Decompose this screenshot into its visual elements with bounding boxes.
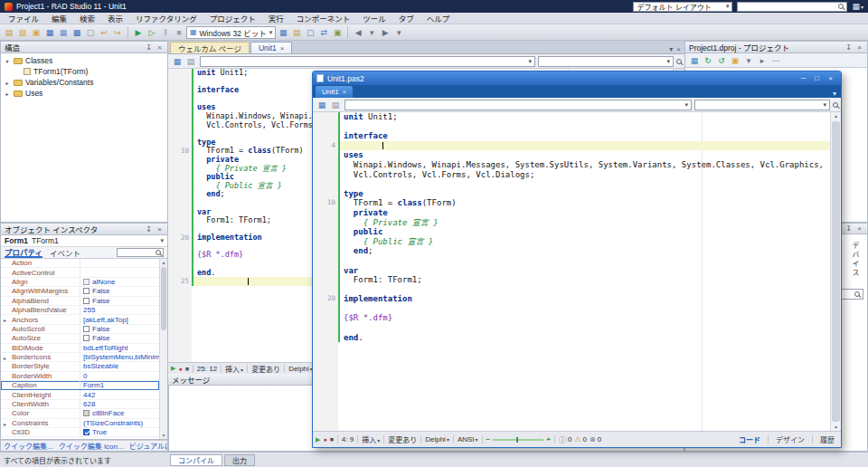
macro-stop-icon[interactable]: ■: [330, 436, 334, 443]
floating-edit-window[interactable]: Unit1.pas2 ─ □ × Unit1 × ▾ ▦▤ ▾ ▾ unit U…: [312, 71, 842, 448]
navigation-combo-2[interactable]: ▾: [694, 100, 830, 110]
menu-item[interactable]: タブ: [392, 13, 420, 24]
checkbox-checked[interactable]: [83, 429, 90, 435]
pin-icon[interactable]: ↧: [145, 43, 153, 52]
print-icon[interactable]: ▤: [184, 55, 197, 68]
save-as-icon[interactable]: ▦: [57, 26, 70, 39]
editor-tab[interactable]: ウェルカム ページ: [170, 42, 250, 53]
undo-icon[interactable]: ↩: [98, 26, 110, 39]
floating-window-titlebar[interactable]: Unit1.pas2 ─ □ ×: [313, 71, 841, 85]
back-history-icon[interactable]: ▾: [365, 26, 378, 39]
forward-icon[interactable]: ▶: [379, 26, 392, 39]
run-icon[interactable]: ▶: [132, 26, 145, 39]
macro-record-icon[interactable]: ●: [178, 366, 182, 372]
close-panel-icon[interactable]: ×: [855, 43, 863, 52]
tab-events[interactable]: イベント: [50, 247, 80, 258]
property-row[interactable]: BorderStylebsSizeable: [1, 362, 159, 371]
property-value[interactable]: Form1: [80, 381, 159, 389]
close-panel-icon[interactable]: ×: [156, 43, 164, 52]
editor-tab[interactable]: Unit1 ×: [316, 86, 353, 98]
activate-icon[interactable]: ▦: [688, 54, 701, 67]
property-value[interactable]: bsSizeable: [80, 362, 159, 370]
menu-item[interactable]: ツール: [356, 13, 392, 24]
menu-item[interactable]: コンポーネント: [290, 13, 357, 24]
property-row[interactable]: Ctl3DTrue: [1, 428, 159, 437]
menu-item[interactable]: ヘルプ: [420, 13, 457, 24]
close-file-icon[interactable]: ▢: [84, 26, 97, 39]
view-code-button[interactable]: コード: [735, 434, 764, 444]
object-inspector-scrollbar[interactable]: ▲▼: [159, 259, 167, 439]
property-row[interactable]: AutoScrollFalse: [1, 325, 159, 334]
property-value[interactable]: 442: [80, 390, 159, 398]
close-tab-icon[interactable]: ×: [676, 45, 681, 53]
property-value[interactable]: False: [80, 287, 159, 295]
property-value[interactable]: False: [80, 325, 159, 333]
close-window-icon[interactable]: ×: [824, 74, 837, 82]
close-tab-icon[interactable]: ×: [280, 44, 285, 52]
save-icon[interactable]: ▦: [43, 26, 56, 39]
macro-record-icon[interactable]: ●: [323, 436, 326, 443]
property-row[interactable]: Action: [1, 259, 159, 268]
tree-item[interactable]: TForm1(TForm): [1, 66, 167, 77]
layout-combo[interactable]: デフォルト レイアウト ▾: [633, 2, 732, 12]
property-row[interactable]: AlphaBlendValue255: [1, 306, 159, 315]
menu-item[interactable]: リファクタリング: [129, 13, 203, 24]
property-search-input[interactable]: [117, 248, 164, 257]
sync-active-icon[interactable]: ↺: [715, 54, 728, 67]
macro-play-icon[interactable]: ▶: [316, 436, 320, 443]
property-value[interactable]: [80, 259, 159, 267]
property-value[interactable]: clBtnFace: [80, 409, 159, 417]
refresh-icon[interactable]: ↻: [702, 54, 714, 67]
pin-icon[interactable]: ↧: [145, 225, 153, 234]
titlebar-search-input[interactable]: [741, 3, 836, 11]
property-value[interactable]: 255: [80, 306, 159, 314]
property-row[interactable]: AlignWithMarginsFalse: [1, 287, 159, 296]
minimize-icon[interactable]: ─: [797, 74, 810, 82]
close-panel-icon[interactable]: ×: [156, 225, 164, 234]
save-all-icon[interactable]: ▩: [71, 26, 83, 39]
ide-options-icon[interactable]: ▦ ▾: [852, 2, 863, 11]
insert-mode-selector[interactable]: 挿入▾: [362, 434, 380, 444]
collapse-icon[interactable]: ▾: [4, 58, 11, 64]
quick-edit-link[interactable]: クイック編集 Icon...: [59, 441, 124, 451]
macro-stop-icon[interactable]: ■: [185, 366, 189, 372]
search-icon[interactable]: [833, 102, 838, 108]
property-value[interactable]: False: [80, 297, 159, 305]
tree-item[interactable]: ▸Uses: [1, 88, 167, 99]
zoom-out-icon[interactable]: −: [486, 435, 491, 443]
stop-icon[interactable]: ■: [173, 26, 185, 39]
property-value[interactable]: [80, 268, 159, 276]
view-form-icon[interactable]: ▢: [304, 26, 316, 39]
expand-icon[interactable]: ▸: [4, 91, 11, 97]
close-tab-icon[interactable]: ×: [343, 89, 346, 95]
close-panel-icon[interactable]: ×: [855, 224, 863, 233]
tree-item[interactable]: ▾Classes: [1, 55, 167, 66]
tree-item[interactable]: ▸Variables/Constants: [1, 77, 167, 88]
print-icon[interactable]: ▤: [329, 99, 342, 111]
new-items-icon[interactable]: ▤: [3, 26, 15, 39]
forward-history-icon[interactable]: ▾: [392, 26, 405, 39]
menu-item[interactable]: プロジェクト: [203, 13, 262, 24]
expand-icon[interactable]: ▸: [4, 317, 6, 323]
checkbox-unchecked[interactable]: [83, 326, 90, 332]
menu-item[interactable]: 編集: [45, 13, 73, 24]
property-value[interactable]: True: [80, 428, 159, 436]
pin-icon[interactable]: ↧: [844, 224, 853, 233]
property-row[interactable]: ColorclBtnFace: [1, 409, 159, 418]
expand-icon[interactable]: ▸: [4, 355, 6, 361]
property-row[interactable]: ▸Anchors[akLeft,akTop]: [1, 315, 159, 324]
titlebar-searchbox[interactable]: [737, 2, 847, 12]
collapse-all-icon[interactable]: ▾: [742, 54, 755, 67]
zoom-track[interactable]: [493, 439, 543, 441]
editor-scrollbar[interactable]: ▲▼: [830, 112, 841, 431]
menu-item[interactable]: ファイル: [2, 13, 45, 24]
navigation-combo-1[interactable]: ▾: [200, 56, 535, 67]
menu-item[interactable]: 検索: [73, 13, 101, 24]
checkbox-unchecked[interactable]: [83, 335, 90, 341]
bottom-tab[interactable]: 出力: [224, 454, 255, 466]
search-icon[interactable]: [676, 59, 682, 64]
property-value[interactable]: alNone: [80, 278, 159, 286]
pin-icon[interactable]: ↧: [844, 43, 853, 52]
view-unit-icon[interactable]: ▤: [290, 26, 303, 39]
property-row[interactable]: BiDiModebdLeftToRight: [1, 344, 159, 353]
